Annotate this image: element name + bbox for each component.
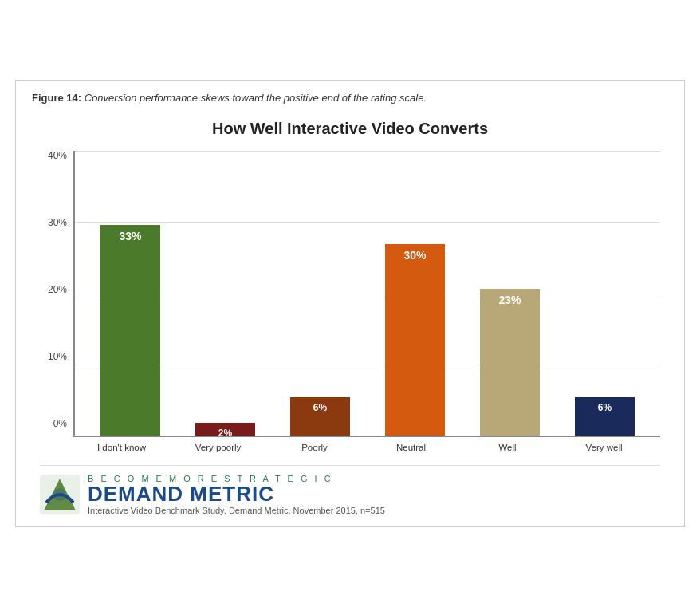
bar-group-dont-know: 33% [87,225,175,436]
y-label-30: 30% [48,218,67,227]
bars-row: 33%2%6%30%23%6% [75,151,660,436]
logo-brand: DEMAND METRIC [88,483,385,504]
x-label-neutral: Neutral [368,442,455,454]
bar-label-well: 23% [480,294,540,306]
bar-group-very-poorly: 2% [182,423,269,436]
x-label-dont-know: I don't know [78,442,166,454]
y-label-0: 0% [53,419,67,428]
bar-very-well: 6% [575,397,635,436]
bar-group-very-well: 6% [561,397,649,436]
bar-very-poorly: 2% [195,423,255,436]
bar-label-very-well: 6% [575,402,635,413]
chart-inner: 33%2%6%30%23%6% I don't knowVery poorlyP… [73,151,660,454]
chart-container: How Well Interactive Video Converts 40% … [32,112,668,515]
bar-poorly: 6% [290,397,350,436]
x-label-very-well: Very well [560,442,648,454]
y-label-10: 10% [48,352,67,361]
figure-number: Figure 14: [32,92,81,104]
x-label-poorly: Poorly [271,442,359,454]
bar-label-very-poorly: 2% [195,428,255,439]
x-label-well: Well [464,442,552,454]
bars-and-grid: 33%2%6%30%23%6% [73,151,660,437]
chart-title: How Well Interactive Video Converts [40,120,660,138]
footer-citation: Interactive Video Benchmark Study, Deman… [88,506,385,515]
card: Figure 14: Conversion performance skews … [15,80,685,527]
bar-label-poorly: 6% [290,402,350,413]
figure-caption: Figure 14: Conversion performance skews … [32,92,668,104]
y-label-20: 20% [48,285,67,294]
bar-well: 23% [480,289,540,436]
x-labels: I don't knowVery poorlyPoorlyNeutralWell… [73,442,660,454]
bar-neutral: 30% [385,244,445,436]
demand-metric-logo-icon [40,475,80,514]
bar-dont-know: 33% [100,225,160,436]
bar-group-poorly: 6% [277,397,364,436]
svg-point-2 [53,488,66,501]
figure-text: Conversion performance skews toward the … [85,92,427,104]
bar-label-neutral: 30% [385,249,445,262]
bar-group-well: 23% [466,289,554,436]
bar-label-dont-know: 33% [100,230,160,242]
y-axis: 40% 30% 20% 10% 0% [40,151,73,454]
x-label-very-poorly: Very poorly [175,442,262,454]
logo-area: B e c o m e M o r e S t r a t e g i c DE… [40,474,385,515]
logo-text-block: B e c o m e M o r e S t r a t e g i c DE… [88,474,385,515]
chart-area: 40% 30% 20% 10% 0% 33%2 [40,151,660,454]
y-label-40: 40% [48,151,67,160]
bar-group-neutral: 30% [372,244,459,436]
footer: B e c o m e M o r e S t r a t e g i c DE… [40,465,660,515]
